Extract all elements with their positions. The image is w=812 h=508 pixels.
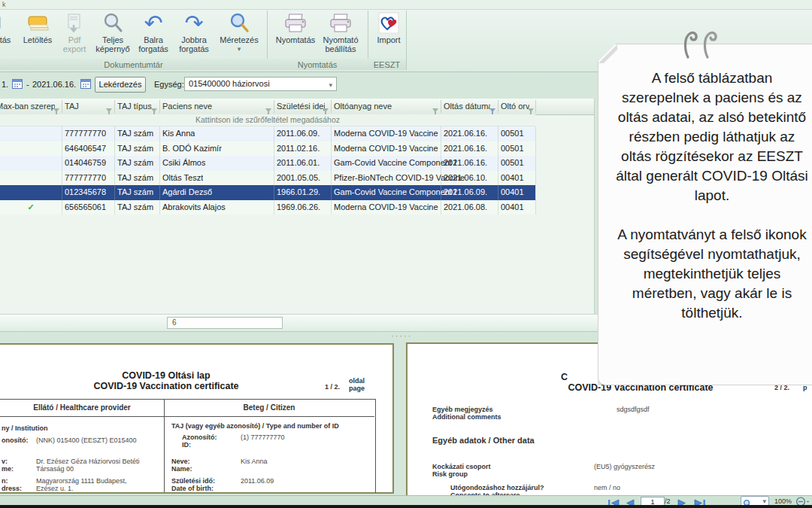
patients-grid: Max-ban szerepel TAJ TAJ típus Paciens n…: [0, 99, 595, 314]
cell-paciens-neve: Agárdi Dezső: [162, 185, 212, 200]
ribbon-button-label: Nyomtató: [323, 35, 358, 44]
doc-pname-value: Kis Anna: [241, 458, 268, 465]
ribbon-button-label: Balra: [144, 35, 163, 44]
doc2-risk-label-en: Risk group: [432, 470, 468, 478]
ribbon-button-teljes-kepernyo[interactable]: Teljes képernyő: [92, 11, 133, 58]
doc-birth-label-hu: Születési idő:: [171, 477, 215, 485]
note-paragraph-1: A felső táblázatban szerepelnek a pacien…: [612, 68, 812, 205]
doc-institution-label: ny / Institution: [2, 424, 48, 432]
ribbon-button-balra-forgatas[interactable]: ↶ Balra forgatás: [133, 11, 174, 58]
doc-page-word-en: page: [349, 385, 365, 392]
cell-taj: 777777770: [65, 126, 106, 141]
ribbon-group-label-nyomtatas: Nyomtatás: [267, 59, 368, 70]
magnifier-icon: [102, 11, 124, 35]
cell-paciens-neve: Kis Anna: [162, 126, 195, 141]
table-row[interactable]: 014046759 TAJ szám Csiki Álmos 2011.06.0…: [0, 156, 535, 171]
combobox-dropdown-icon[interactable]: ▾: [329, 79, 332, 91]
cell-taj: 656565061: [65, 200, 106, 215]
date-from-field[interactable]: 1.: [2, 80, 8, 89]
doc-taj-header: TAJ (vagy egyéb azonosító) / Type and nu…: [171, 422, 339, 430]
column-header-olto-orvos[interactable]: Oltó orv: [501, 99, 529, 114]
doc-name-label-hu: v:: [2, 458, 8, 465]
column-header-paciens-neve[interactable]: Paciens neve: [162, 99, 260, 114]
column-header-szuletesi-ideje[interactable]: Születési ideje: [277, 99, 325, 114]
doc-pid-label-en: ID:: [182, 441, 191, 449]
note-paragraph-2: A nyomtatványt a felső ikonok segítségév…: [612, 225, 812, 323]
cut-button-icon: [0, 11, 17, 35]
cell-taj-tipus: TAJ szám: [117, 185, 153, 200]
doc-title-hu: COVID-19 Oltási lap: [122, 370, 210, 381]
grid-filter-hint[interactable]: Kattintson ide szűrőfeltétel megadásához: [0, 114, 535, 126]
doc-address-label-hu: n:: [2, 477, 8, 485]
ribbon-group-label-dokumentumtar: Dokumentumtár: [0, 59, 267, 70]
column-header-taj-tipus[interactable]: TAJ típus: [117, 99, 153, 114]
cell-taj-tipus: TAJ szám: [117, 171, 153, 186]
application-window: k Dokumentumtár Nyomtatás EESZT tás: [0, 0, 812, 508]
query-button[interactable]: Lekérdezés: [95, 77, 146, 93]
column-header-oltoanyag-neve[interactable]: Oltóanyag neve: [334, 99, 435, 114]
cell-oltoanyag: Moderna COVID-19 Vaccine: [334, 126, 438, 141]
cell-paciens-neve: Csiki Álmos: [162, 156, 205, 171]
table-row[interactable]: ✓ 656565061 TAJ szám Abrakovits Alajos 1…: [0, 200, 535, 215]
column-header-taj[interactable]: TAJ: [65, 99, 108, 114]
cell-szuletesi-ideje: 2001.05.05.: [277, 171, 320, 186]
doc2-title-hu-partial: C: [561, 372, 568, 382]
filter-bar: 1. - 2021.06.16. Lekérdezés Egység: 0154…: [0, 72, 594, 98]
page-total-label: /2: [665, 497, 671, 505]
ribbon-button-meretezes[interactable]: Méretezés ▾: [219, 11, 259, 58]
cell-szuletesi-ideje: 1966.01.29.: [277, 185, 320, 200]
table-row[interactable]: 777777770 TAJ szám Kis Anna 2011.06.09. …: [0, 126, 535, 141]
date-to-field[interactable]: 2021.06.16.: [32, 80, 76, 89]
note-clips-icon: [680, 27, 726, 60]
splitter-handle[interactable]: ·····: [391, 331, 412, 340]
ribbon-button-label: forgatás: [179, 44, 209, 53]
column-header-oltas-datuma[interactable]: Oltás dátuma: [444, 99, 490, 114]
doc2-other-data-header: Egyéb adatok / Other data: [432, 436, 535, 445]
cell-olto-orvos: 00501: [501, 141, 524, 157]
date-separator: -: [26, 80, 29, 89]
ribbon-button-jobbra-forgatas[interactable]: ↷ Jobbra forgatás: [174, 11, 214, 58]
unit-combobox-value: 015400000 háziorvosi: [189, 79, 270, 88]
table-row-selected[interactable]: 012345678 TAJ szám Agárdi Dezső 1966.01.…: [0, 185, 535, 200]
ribbon-button-nyomtato-beallitas[interactable]: Nyomtató beállítás: [320, 11, 361, 58]
zoom-dropdown-icon[interactable]: ▾: [762, 497, 766, 505]
doc-address-label-en: dress:: [2, 485, 22, 492]
eeszt-logo-icon: [378, 11, 399, 35]
doc-page-number: 1 / 2.: [325, 383, 340, 391]
title-bar: k: [0, 0, 812, 10]
calendar-icon[interactable]: [12, 78, 23, 92]
table-row[interactable]: 777777770 TAJ szám Oltás Teszt 2001.05.0…: [0, 171, 535, 186]
window-bottom-edge: [0, 505, 812, 508]
doc-table-divider: [164, 399, 165, 492]
cell-szuletesi-ideje: 2011.02.16.: [277, 141, 320, 157]
doc-name-label-en: me:: [2, 465, 14, 473]
doc-address-value-2: Ezésez u. 1.: [36, 485, 74, 492]
doc2-risk-value: (EU5) gyógyszerész: [594, 463, 655, 470]
doc-pname-label-hu: Neve:: [171, 458, 190, 465]
printer-icon: [283, 11, 308, 35]
ribbon-group-label-eeszt: EESZT: [368, 59, 406, 70]
ribbon-button-nyomtatas[interactable]: Nyomtatás: [275, 11, 316, 58]
zoom-level-label: 100%: [774, 497, 792, 505]
left-document-preview[interactable]: COVID-19 Oltási lap COVID-19 Vaccination…: [0, 343, 394, 494]
column-header-szerepel[interactable]: Max-ban szerepel: [0, 99, 55, 114]
ribbon-button-import[interactable]: Import: [368, 11, 409, 58]
cell-oltoanyag: Gam-Covid Vaccine Component I: [334, 156, 456, 171]
cell-oltoanyag: Moderna COVID-19 Vaccine: [334, 141, 438, 157]
doc-birth-label-en: Date of birth:: [171, 485, 214, 492]
doc-title-en: COVID-19 Vaccination certificate: [93, 381, 238, 391]
pdf-export-icon: [64, 11, 85, 35]
unit-combobox[interactable]: 015400000 háziorvosi ▾: [184, 77, 337, 91]
ribbon-button-label: Pdf: [68, 35, 81, 44]
doc2-comments-label-hu: Egyéb megjegyzés: [432, 406, 493, 413]
cell-taj-tipus: TAJ szám: [117, 141, 153, 157]
ribbon-button-letoltes[interactable]: Letöltés: [17, 11, 58, 58]
table-row[interactable]: 646406547 TAJ szám B. ODÓ Kazimír 2011.0…: [0, 141, 535, 157]
ribbon-button-pdf-export: Pdf export: [54, 11, 95, 58]
ribbon-button-label: Jobbra: [181, 35, 207, 44]
calendar-icon[interactable]: [80, 78, 91, 92]
dropdown-arrow-icon: ▾: [238, 44, 241, 53]
unit-label: Egység:: [154, 80, 184, 89]
resize-magnifier-icon: [228, 11, 250, 35]
ribbon-button-label: Import: [377, 35, 400, 44]
